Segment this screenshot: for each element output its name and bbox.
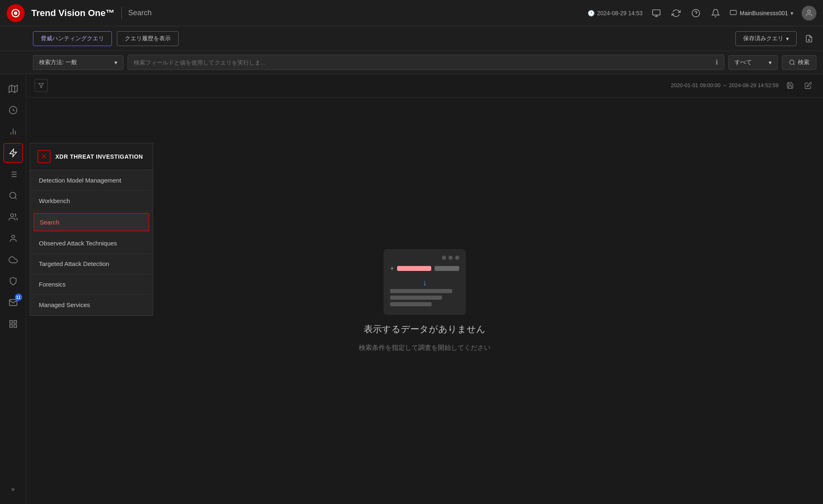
saved-query-button[interactable]: 保存済みクエリ ▾ — [735, 31, 797, 46]
username-label: MainBusinesss001 — [739, 10, 788, 16]
top-header: Trend Vision One™ Search 🕐 2024-08-29 14… — [0, 0, 823, 26]
pink-bar — [397, 266, 431, 271]
sidebar-item-dashboard[interactable] — [3, 100, 23, 120]
search-button[interactable]: 検索 — [782, 55, 816, 70]
mail-badge: 11 — [15, 294, 22, 301]
main-layout: ✕ XDR THREAT INVESTIGATION Detection Mod… — [0, 74, 823, 504]
line-3 — [390, 302, 432, 306]
svg-point-28 — [9, 192, 16, 199]
sidebar-item-user[interactable] — [3, 229, 23, 248]
user-chevron-icon: ▾ — [790, 10, 793, 16]
empty-illustration: + ↓ — [384, 249, 466, 315]
sidebar-item-users[interactable] — [3, 207, 23, 227]
search-method-label: 検索方法: 一般 — [39, 59, 77, 66]
user-menu[interactable]: MainBusinesss001 ▾ — [730, 9, 793, 17]
svg-point-31 — [12, 235, 14, 238]
edit-query-icon[interactable] — [802, 79, 815, 92]
svg-rect-32 — [9, 321, 12, 323]
svg-rect-33 — [14, 321, 16, 323]
svg-line-29 — [15, 197, 16, 199]
sidebar-item-mail[interactable]: 11 — [3, 293, 23, 312]
svg-line-17 — [13, 110, 15, 111]
svg-rect-7 — [730, 10, 737, 15]
arrow-down-icon: ↓ — [390, 278, 459, 287]
search-method-chevron-icon: ▾ — [114, 59, 117, 66]
page-subtitle: Search — [128, 9, 152, 17]
svg-marker-21 — [9, 149, 16, 157]
help-icon[interactable] — [690, 7, 702, 19]
sidebar-item-cloud[interactable] — [3, 250, 23, 270]
illustration-lines — [390, 289, 459, 306]
svg-rect-34 — [14, 325, 16, 327]
svg-point-1 — [14, 12, 17, 15]
app-name: Trend Vision One™ — [31, 8, 115, 18]
dot-1 — [442, 256, 446, 260]
threat-hunt-button[interactable]: 脅威ハンティングクエリ — [33, 31, 112, 46]
scope-chevron-icon: ▾ — [769, 59, 772, 66]
info-icon: ℹ — [716, 58, 718, 66]
line-1 — [390, 289, 452, 293]
dropdown-item-forensics[interactable]: Forensics — [30, 274, 153, 295]
sidebar-expand-button[interactable]: » — [3, 479, 23, 499]
close-icon: ✕ — [41, 152, 47, 161]
sidebar-item-shield[interactable] — [3, 271, 23, 291]
content-subheader: 2020-01-01 09:00:00 ～ 2024-08-29 14:52:5… — [26, 74, 823, 97]
dropdown-item-observed-attack[interactable]: Observed Attack Techniques — [30, 233, 153, 254]
gray-bar — [435, 266, 459, 271]
query-history-button[interactable]: クエリ履歴を表示 — [117, 31, 179, 46]
sidebar-item-add[interactable] — [3, 314, 23, 334]
header-actions: 🕐 2024-08-29 14:53 — [588, 6, 816, 21]
saved-query-chevron-icon: ▾ — [786, 35, 789, 42]
svg-rect-35 — [9, 325, 12, 327]
svg-point-5 — [692, 9, 700, 16]
illustration-bar: + — [390, 265, 459, 272]
datetime-text: 2024-08-29 14:53 — [597, 10, 643, 16]
svg-point-30 — [10, 214, 13, 217]
sidebar-item-map[interactable] — [3, 79, 23, 99]
export-icon[interactable] — [802, 31, 816, 46]
window-dots — [390, 256, 459, 260]
search-method-selector[interactable]: 検索方法: 一般 ▾ — [33, 55, 123, 70]
search-scope-selector[interactable]: すべて ▾ — [728, 55, 778, 70]
dropdown-item-managed-services[interactable]: Managed Services — [30, 295, 153, 315]
search-input-container: ℹ — [128, 55, 724, 70]
sidebar-item-list[interactable] — [3, 164, 23, 184]
search-bar: 検索方法: 一般 ▾ ℹ すべて ▾ 検索 — [0, 51, 823, 74]
dropdown-menu: ✕ XDR THREAT INVESTIGATION Detection Mod… — [30, 143, 153, 316]
toolbar: 脅威ハンティングクエリ クエリ履歴を表示 保存済みクエリ ▾ — [0, 26, 823, 51]
svg-point-10 — [790, 60, 794, 65]
date-range-display: 2020-01-01 09:00:00 ～ 2024-08-29 14:52:5… — [671, 82, 779, 89]
search-scope-label: すべて — [735, 59, 752, 66]
sidebar-item-search[interactable] — [3, 186, 23, 206]
svg-marker-12 — [9, 85, 17, 92]
svg-rect-2 — [653, 9, 660, 15]
dropdown-item-workbench[interactable]: Workbench — [30, 191, 153, 211]
line-2 — [390, 296, 442, 300]
empty-title: 表示するデータがありません — [364, 323, 486, 335]
refresh-icon[interactable] — [670, 7, 682, 19]
app-logo — [7, 4, 25, 22]
sidebar-item-analytics[interactable] — [3, 122, 23, 141]
svg-point-8 — [808, 10, 811, 13]
datetime-display: 🕐 2024-08-29 14:53 — [588, 10, 643, 16]
dropdown-header: ✕ XDR THREAT INVESTIGATION — [30, 143, 153, 170]
monitor-icon[interactable] — [651, 7, 662, 19]
dropdown-close-button[interactable]: ✕ — [37, 150, 51, 163]
sidebar: ✕ XDR THREAT INVESTIGATION Detection Mod… — [0, 74, 26, 504]
dropdown-item-detection-model[interactable]: Detection Model Management — [30, 170, 153, 191]
dropdown-item-search[interactable]: Search — [33, 213, 149, 231]
dropdown-title: XDR THREAT INVESTIGATION — [56, 153, 143, 160]
sidebar-item-threat[interactable] — [3, 143, 23, 163]
sidebar-item-threat-wrapper: ✕ XDR THREAT INVESTIGATION Detection Mod… — [3, 143, 23, 163]
svg-line-11 — [793, 64, 795, 65]
search-button-label: 検索 — [798, 59, 809, 66]
avatar[interactable] — [802, 6, 816, 21]
save-query-icon[interactable] — [783, 79, 797, 92]
svg-marker-36 — [39, 83, 44, 88]
dropdown-item-targeted-attack[interactable]: Targeted Attack Detection — [30, 254, 153, 274]
saved-query-label: 保存済みクエリ — [743, 35, 783, 42]
search-input[interactable] — [134, 59, 712, 66]
filter-icon[interactable] — [35, 79, 48, 92]
header-divider — [121, 7, 122, 19]
bell-icon[interactable] — [710, 7, 721, 19]
